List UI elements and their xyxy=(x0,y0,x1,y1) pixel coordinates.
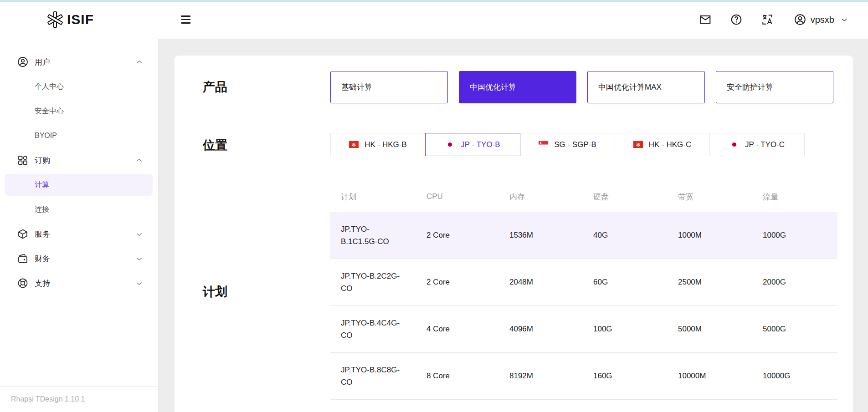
help-icon[interactable] xyxy=(730,14,742,25)
user-menu[interactable]: vpsxb xyxy=(794,14,848,25)
table-row[interactable]: JP.TYO-B.2C2G-CO 2 Core 2048M 60G 2500M … xyxy=(330,259,837,306)
plan-cpu: 4 Core xyxy=(416,306,499,352)
plan-disk: 40G xyxy=(583,212,668,259)
plan-traffic: 5000G xyxy=(752,306,837,352)
product-option-security-compute[interactable]: 安全防护计算 xyxy=(716,71,833,103)
column-header-memory: 内存 xyxy=(499,187,583,207)
plan-id: JP.TYO-B.2C2G-CO xyxy=(341,270,403,295)
flag-jp-icon xyxy=(729,141,739,148)
cube-icon xyxy=(17,229,28,239)
sidebar-item-finance[interactable]: 财务 xyxy=(5,248,153,270)
sidebar-item-label: 订购 xyxy=(35,155,136,166)
sidebar-item-label: 用户 xyxy=(35,57,136,67)
product-option-basic-compute[interactable]: 基础计算 xyxy=(330,71,448,103)
plan-cpu: 2 Core xyxy=(416,212,499,259)
sidebar-item-label: BYOIP xyxy=(35,132,144,140)
plan-table-header: 计划 CPU 内存 硬盘 带宽 流量 xyxy=(330,187,837,207)
column-header-cpu: CPU xyxy=(416,187,499,207)
flag-hk-icon xyxy=(349,141,359,148)
sidebar-item-security-center[interactable]: 安全中心 xyxy=(5,100,153,122)
sidebar-item-label: 财务 xyxy=(35,254,136,264)
plan-memory: 8192M xyxy=(499,353,583,399)
grid-icon xyxy=(17,155,28,166)
plan-id: JP.TYO-B.1C1.5G-CO xyxy=(341,223,403,248)
plan-bandwidth: 10000M xyxy=(668,353,752,399)
sidebar-item-order[interactable]: 订购 xyxy=(5,149,153,171)
flag-hk-icon xyxy=(633,141,643,148)
plan-memory: 2048M xyxy=(499,259,583,305)
sidebar-item-label: 个人中心 xyxy=(35,82,144,92)
plan-bandwidth: 2500M xyxy=(668,259,752,305)
mail-icon[interactable] xyxy=(699,14,711,25)
location-tab-jp-tyo-c[interactable]: JP - TYO-C xyxy=(709,133,805,156)
plan-traffic: 10000G xyxy=(752,353,837,399)
header-actions: vpsxb xyxy=(680,0,848,39)
location-tab-sg-sgp-b[interactable]: SG - SGP-B xyxy=(520,133,615,156)
location-tab-label: SG - SGP-B xyxy=(554,140,596,149)
plan-id: JP.TYO-B.4C4G-CO xyxy=(341,317,403,341)
translate-icon[interactable] xyxy=(761,14,773,25)
location-tab-label: HK - HKG-C xyxy=(649,140,692,149)
sidebar-item-label: 连接 xyxy=(35,205,144,214)
plan-table-body: JP.TYO-B.1C1.5G-CO 2 Core 1536M 40G 1000… xyxy=(330,212,837,400)
table-row[interactable]: JP.TYO-B.8C8G-CO 8 Core 8192M 160G 10000… xyxy=(330,353,837,400)
sidebar: 用户 个人中心 安全中心 BYOIP 订购 计算 连接 xyxy=(0,39,159,412)
version-text: Rhapsi TDesign 1.10.1 xyxy=(11,395,85,403)
sidebar-item-profile-center[interactable]: 个人中心 xyxy=(5,76,153,97)
chevron-up-icon xyxy=(136,59,143,66)
table-row[interactable]: JP.TYO-B.1C1.5G-CO 2 Core 1536M 40G 1000… xyxy=(330,212,837,259)
plan-id: JP.TYO-B.8C8G-CO xyxy=(341,364,403,388)
user-circle-icon xyxy=(17,56,28,67)
sidebar-menu: 用户 个人中心 安全中心 BYOIP 订购 计算 连接 xyxy=(0,51,158,297)
column-header-plan: 计划 xyxy=(330,187,416,207)
location-tabs: HK - HKG-B JP - TYO-B SG - SGP-B HK - HK… xyxy=(330,133,805,156)
product-options: 基础计算 中国优化计算 中国优化计算MAX 安全防护计算 xyxy=(330,71,833,103)
plan-memory: 4096M xyxy=(499,306,583,352)
chevron-down-icon xyxy=(136,231,143,238)
location-tab-label: JP - TYO-C xyxy=(745,140,785,149)
location-tab-jp-tyo-b[interactable]: JP - TYO-B xyxy=(425,133,520,156)
location-tab-hk-hkg-b[interactable]: HK - HKG-B xyxy=(330,133,426,156)
app-root: ISIF vpsxb 用户 个人中心 xyxy=(0,0,868,412)
avatar-icon xyxy=(794,14,806,25)
plan-disk: 100G xyxy=(583,306,668,352)
sidebar-item-byoip[interactable]: BYOIP xyxy=(5,125,153,147)
snowflake-logo-icon xyxy=(47,11,63,28)
plan-memory: 1536M xyxy=(499,212,583,259)
table-row[interactable]: JP.TYO-B.4C4G-CO 4 Core 4096M 100G 5000M… xyxy=(330,306,837,353)
top-header: ISIF vpsxb xyxy=(0,0,868,39)
plan-cpu: 8 Core xyxy=(416,353,499,399)
menu-toggle-button[interactable] xyxy=(180,12,196,27)
sidebar-item-users[interactable]: 用户 xyxy=(5,51,153,73)
location-tab-label: HK - HKG-B xyxy=(365,140,407,149)
plan-traffic: 2000G xyxy=(752,259,837,305)
wallet-icon xyxy=(17,253,28,264)
top-progress-bar xyxy=(0,0,868,2)
location-tab-label: JP - TYO-B xyxy=(461,140,500,149)
plan-bandwidth: 5000M xyxy=(668,306,752,352)
chevron-down-icon xyxy=(841,16,848,23)
plan-traffic: 1000G xyxy=(752,212,837,259)
column-header-traffic: 流量 xyxy=(752,187,837,207)
sidebar-item-support[interactable]: 支持 xyxy=(5,272,153,294)
chevron-up-icon xyxy=(136,157,143,164)
chevron-down-icon xyxy=(136,255,143,262)
location-tab-hk-hkg-c[interactable]: HK - HKG-C xyxy=(615,133,710,156)
plan-disk: 160G xyxy=(583,353,668,399)
product-option-china-optimized-max[interactable]: 中国优化计算MAX xyxy=(587,71,705,103)
sidebar-item-label: 计算 xyxy=(35,180,144,190)
sidebar-item-label: 安全中心 xyxy=(35,107,144,116)
sidebar-item-connect[interactable]: 连接 xyxy=(5,198,153,220)
column-header-disk: 硬盘 xyxy=(583,187,668,207)
brand-name: ISIF xyxy=(67,12,94,27)
plan-cpu: 2 Core xyxy=(416,259,499,305)
plan-table: 计划 CPU 内存 硬盘 带宽 流量 JP.TYO-B.1C1.5G-CO 2 … xyxy=(330,187,837,400)
column-header-bandwidth: 带宽 xyxy=(668,187,752,207)
sidebar-item-services[interactable]: 服务 xyxy=(5,223,153,245)
product-option-china-optimized[interactable]: 中国优化计算 xyxy=(459,71,576,103)
user-name: vpsxb xyxy=(811,15,834,25)
life-ring-icon xyxy=(17,278,28,289)
sidebar-footer: Rhapsi TDesign 1.10.1 xyxy=(0,386,158,412)
sidebar-item-compute[interactable]: 计算 xyxy=(5,174,153,196)
brand-logo: ISIF xyxy=(47,0,94,39)
